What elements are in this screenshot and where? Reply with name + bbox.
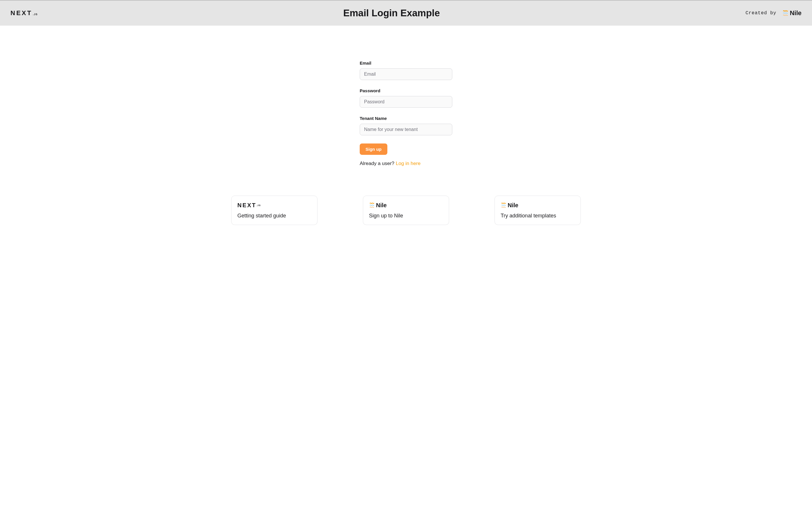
nile-logo-text: Nile [508,202,518,209]
nextjs-logo-main: NEXT [237,202,256,209]
password-label: Password [360,88,452,93]
login-prompt-text: Already a user? [360,161,396,166]
email-input[interactable] [360,68,452,80]
nile-icon [782,10,789,16]
email-label: Email [360,61,452,65]
tenant-field-group: Tenant Name [360,116,452,135]
login-prompt-row: Already a user? Log in here [360,161,452,166]
nextjs-logo: NEXT .JS [10,9,38,17]
page-header: NEXT .JS Email Login Example Created by … [0,0,812,25]
nile-icon [369,202,375,208]
tenant-input[interactable] [360,124,452,135]
card-logo-nextjs: NEXT .JS [237,202,311,209]
signup-button[interactable]: Sign up [360,144,387,155]
nextjs-logo-suffix: .JS [256,204,261,207]
nile-logo-text: Nile [376,202,387,209]
signup-form: Email Password Tenant Name Sign up Alrea… [360,61,452,166]
password-input[interactable] [360,96,452,108]
nextjs-logo-main: NEXT [10,9,32,17]
card-text: Getting started guide [237,213,311,219]
card-text: Sign up to Nile [369,213,443,219]
email-field-group: Email [360,61,452,80]
header-left: NEXT .JS [10,9,38,17]
card-logo-nile: Nile [501,202,575,209]
card-getting-started[interactable]: NEXT .JS Getting started guide [231,195,317,225]
nile-icon [501,202,506,208]
card-templates[interactable]: Nile Try additional templates [495,195,581,225]
card-signup-nile[interactable]: Nile Sign up to Nile [363,195,449,225]
created-by-label: Created by [746,10,776,16]
nile-logo: Nile [782,9,802,17]
main-content: Email Password Tenant Name Sign up Alrea… [0,25,812,225]
header-right: Created by Nile [746,9,802,17]
password-field-group: Password [360,88,452,108]
login-link[interactable]: Log in here [396,161,420,166]
cards-row: NEXT .JS Getting started guide Nile Sign… [202,195,610,225]
nile-logo-text: Nile [790,9,802,17]
card-logo-nile: Nile [369,202,443,209]
nextjs-logo-suffix: .JS [33,13,38,16]
page-title: Email Login Example [343,8,440,19]
card-text: Try additional templates [501,213,575,219]
tenant-label: Tenant Name [360,116,452,121]
